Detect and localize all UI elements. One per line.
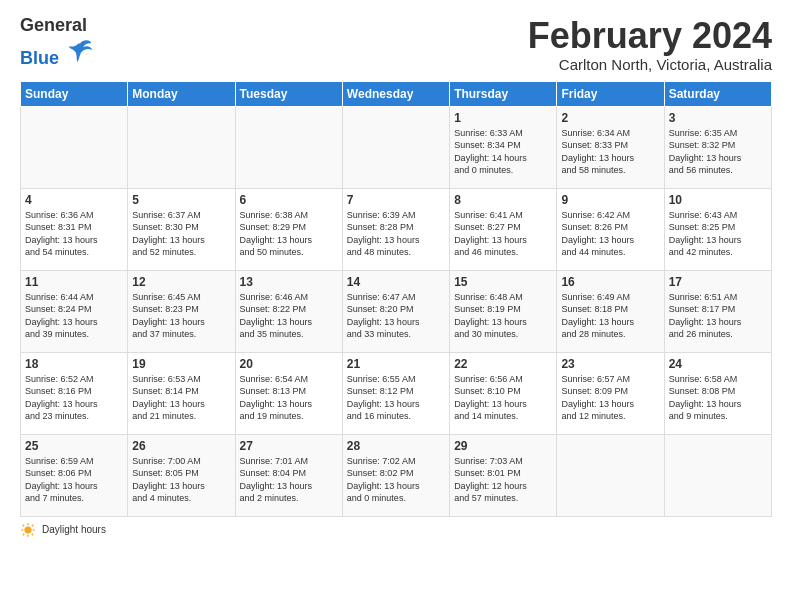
week-row-1: 4Sunrise: 6:36 AM Sunset: 8:31 PM Daylig…	[21, 188, 772, 270]
sun-icon	[20, 522, 36, 538]
day-info: Sunrise: 6:36 AM Sunset: 8:31 PM Dayligh…	[25, 209, 123, 259]
svg-line-5	[23, 524, 24, 525]
day-info: Sunrise: 6:56 AM Sunset: 8:10 PM Dayligh…	[454, 373, 552, 423]
weekday-header-tuesday: Tuesday	[235, 81, 342, 106]
day-number: 8	[454, 193, 552, 207]
logo-blue-text: Blue	[20, 48, 59, 68]
day-number: 16	[561, 275, 659, 289]
calendar-cell	[235, 106, 342, 188]
day-number: 18	[25, 357, 123, 371]
footer: Daylight hours	[20, 522, 772, 538]
weekday-header-friday: Friday	[557, 81, 664, 106]
calendar-table: SundayMondayTuesdayWednesdayThursdayFrid…	[20, 81, 772, 517]
calendar-cell: 6Sunrise: 6:38 AM Sunset: 8:29 PM Daylig…	[235, 188, 342, 270]
day-info: Sunrise: 7:00 AM Sunset: 8:05 PM Dayligh…	[132, 455, 230, 505]
calendar-container: General Blue February 2024 Carlton North…	[0, 0, 792, 548]
calendar-cell: 1Sunrise: 6:33 AM Sunset: 8:34 PM Daylig…	[450, 106, 557, 188]
day-info: Sunrise: 7:02 AM Sunset: 8:02 PM Dayligh…	[347, 455, 445, 505]
calendar-cell: 8Sunrise: 6:41 AM Sunset: 8:27 PM Daylig…	[450, 188, 557, 270]
title-block: February 2024 Carlton North, Victoria, A…	[528, 16, 772, 73]
day-info: Sunrise: 6:45 AM Sunset: 8:23 PM Dayligh…	[132, 291, 230, 341]
day-info: Sunrise: 6:35 AM Sunset: 8:32 PM Dayligh…	[669, 127, 767, 177]
calendar-cell	[664, 434, 771, 516]
calendar-cell: 14Sunrise: 6:47 AM Sunset: 8:20 PM Dayli…	[342, 270, 449, 352]
weekday-header-saturday: Saturday	[664, 81, 771, 106]
day-info: Sunrise: 6:53 AM Sunset: 8:14 PM Dayligh…	[132, 373, 230, 423]
day-number: 5	[132, 193, 230, 207]
day-info: Sunrise: 6:58 AM Sunset: 8:08 PM Dayligh…	[669, 373, 767, 423]
day-info: Sunrise: 6:37 AM Sunset: 8:30 PM Dayligh…	[132, 209, 230, 259]
calendar-cell: 21Sunrise: 6:55 AM Sunset: 8:12 PM Dayli…	[342, 352, 449, 434]
day-number: 27	[240, 439, 338, 453]
calendar-cell	[342, 106, 449, 188]
calendar-cell	[21, 106, 128, 188]
logo-general-text: General	[20, 15, 87, 35]
svg-line-7	[32, 524, 33, 525]
calendar-cell: 27Sunrise: 7:01 AM Sunset: 8:04 PM Dayli…	[235, 434, 342, 516]
day-info: Sunrise: 6:46 AM Sunset: 8:22 PM Dayligh…	[240, 291, 338, 341]
calendar-cell: 17Sunrise: 6:51 AM Sunset: 8:17 PM Dayli…	[664, 270, 771, 352]
weekday-header-wednesday: Wednesday	[342, 81, 449, 106]
calendar-cell: 20Sunrise: 6:54 AM Sunset: 8:13 PM Dayli…	[235, 352, 342, 434]
day-info: Sunrise: 6:51 AM Sunset: 8:17 PM Dayligh…	[669, 291, 767, 341]
day-info: Sunrise: 6:33 AM Sunset: 8:34 PM Dayligh…	[454, 127, 552, 177]
day-number: 19	[132, 357, 230, 371]
day-info: Sunrise: 6:48 AM Sunset: 8:19 PM Dayligh…	[454, 291, 552, 341]
calendar-cell: 24Sunrise: 6:58 AM Sunset: 8:08 PM Dayli…	[664, 352, 771, 434]
day-number: 3	[669, 111, 767, 125]
calendar-cell: 7Sunrise: 6:39 AM Sunset: 8:28 PM Daylig…	[342, 188, 449, 270]
day-number: 4	[25, 193, 123, 207]
day-number: 29	[454, 439, 552, 453]
day-info: Sunrise: 6:44 AM Sunset: 8:24 PM Dayligh…	[25, 291, 123, 341]
calendar-cell: 12Sunrise: 6:45 AM Sunset: 8:23 PM Dayli…	[128, 270, 235, 352]
calendar-cell: 26Sunrise: 7:00 AM Sunset: 8:05 PM Dayli…	[128, 434, 235, 516]
day-info: Sunrise: 6:49 AM Sunset: 8:18 PM Dayligh…	[561, 291, 659, 341]
calendar-cell: 2Sunrise: 6:34 AM Sunset: 8:33 PM Daylig…	[557, 106, 664, 188]
day-info: Sunrise: 6:34 AM Sunset: 8:33 PM Dayligh…	[561, 127, 659, 177]
calendar-cell: 3Sunrise: 6:35 AM Sunset: 8:32 PM Daylig…	[664, 106, 771, 188]
day-number: 25	[25, 439, 123, 453]
weekday-header-thursday: Thursday	[450, 81, 557, 106]
week-row-2: 11Sunrise: 6:44 AM Sunset: 8:24 PM Dayli…	[21, 270, 772, 352]
day-number: 6	[240, 193, 338, 207]
weekday-header-sunday: Sunday	[21, 81, 128, 106]
logo: General Blue	[20, 16, 94, 69]
calendar-cell: 11Sunrise: 6:44 AM Sunset: 8:24 PM Dayli…	[21, 270, 128, 352]
calendar-cell: 25Sunrise: 6:59 AM Sunset: 8:06 PM Dayli…	[21, 434, 128, 516]
calendar-cell: 13Sunrise: 6:46 AM Sunset: 8:22 PM Dayli…	[235, 270, 342, 352]
daylight-label: Daylight hours	[42, 524, 106, 535]
day-number: 1	[454, 111, 552, 125]
day-number: 10	[669, 193, 767, 207]
calendar-cell: 9Sunrise: 6:42 AM Sunset: 8:26 PM Daylig…	[557, 188, 664, 270]
day-number: 17	[669, 275, 767, 289]
day-number: 12	[132, 275, 230, 289]
day-info: Sunrise: 6:52 AM Sunset: 8:16 PM Dayligh…	[25, 373, 123, 423]
day-number: 23	[561, 357, 659, 371]
calendar-cell: 15Sunrise: 6:48 AM Sunset: 8:19 PM Dayli…	[450, 270, 557, 352]
logo-bird-icon	[66, 36, 94, 64]
calendar-cell: 4Sunrise: 6:36 AM Sunset: 8:31 PM Daylig…	[21, 188, 128, 270]
day-number: 24	[669, 357, 767, 371]
calendar-cell: 22Sunrise: 6:56 AM Sunset: 8:10 PM Dayli…	[450, 352, 557, 434]
day-number: 21	[347, 357, 445, 371]
calendar-cell: 5Sunrise: 6:37 AM Sunset: 8:30 PM Daylig…	[128, 188, 235, 270]
calendar-cell: 23Sunrise: 6:57 AM Sunset: 8:09 PM Dayli…	[557, 352, 664, 434]
day-info: Sunrise: 6:38 AM Sunset: 8:29 PM Dayligh…	[240, 209, 338, 259]
svg-line-6	[32, 533, 33, 534]
day-number: 20	[240, 357, 338, 371]
week-row-0: 1Sunrise: 6:33 AM Sunset: 8:34 PM Daylig…	[21, 106, 772, 188]
week-row-3: 18Sunrise: 6:52 AM Sunset: 8:16 PM Dayli…	[21, 352, 772, 434]
weekday-header-row: SundayMondayTuesdayWednesdayThursdayFrid…	[21, 81, 772, 106]
weekday-header-monday: Monday	[128, 81, 235, 106]
day-number: 9	[561, 193, 659, 207]
month-title: February 2024	[528, 16, 772, 56]
day-info: Sunrise: 7:03 AM Sunset: 8:01 PM Dayligh…	[454, 455, 552, 505]
calendar-cell	[128, 106, 235, 188]
day-info: Sunrise: 6:39 AM Sunset: 8:28 PM Dayligh…	[347, 209, 445, 259]
calendar-cell: 28Sunrise: 7:02 AM Sunset: 8:02 PM Dayli…	[342, 434, 449, 516]
day-info: Sunrise: 6:42 AM Sunset: 8:26 PM Dayligh…	[561, 209, 659, 259]
day-info: Sunrise: 6:54 AM Sunset: 8:13 PM Dayligh…	[240, 373, 338, 423]
day-info: Sunrise: 6:43 AM Sunset: 8:25 PM Dayligh…	[669, 209, 767, 259]
calendar-cell: 19Sunrise: 6:53 AM Sunset: 8:14 PM Dayli…	[128, 352, 235, 434]
day-number: 22	[454, 357, 552, 371]
